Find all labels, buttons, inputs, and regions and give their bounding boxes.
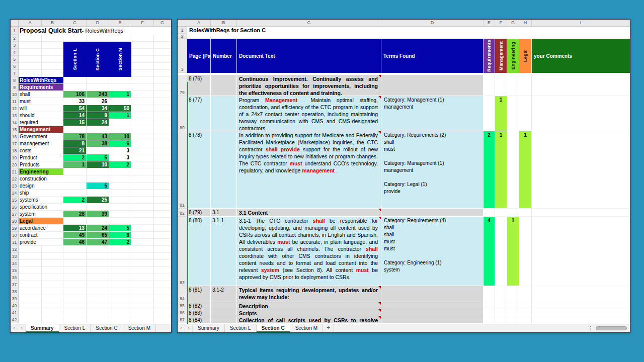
empty-cell[interactable] [87, 35, 109, 42]
empty-cell[interactable] [154, 175, 171, 183]
empty-cell[interactable] [131, 183, 154, 190]
empty-cell[interactable] [19, 302, 42, 309]
empty-cell[interactable] [131, 112, 154, 119]
empty-cell[interactable] [109, 295, 131, 302]
count-cell[interactable]: 65 [87, 232, 109, 239]
new-sheet-button[interactable]: + [323, 324, 334, 332]
count-cell[interactable]: 5 [109, 225, 131, 232]
empty-cell[interactable] [154, 218, 171, 225]
count-cell[interactable]: 2 [63, 197, 87, 204]
empty-cell[interactable] [42, 49, 63, 56]
row-header-5[interactable]: 5 [11, 56, 19, 63]
empty-cell[interactable] [131, 309, 154, 316]
empty-cell[interactable] [131, 77, 154, 84]
comments-cell[interactable] [532, 316, 630, 323]
row-header-86[interactable]: 86 [178, 309, 187, 316]
category-count-cell[interactable] [495, 316, 507, 323]
row-header-37[interactable]: 37 [11, 281, 19, 288]
count-cell[interactable] [87, 168, 109, 175]
header-cell-legal[interactable]: Legal [519, 39, 532, 73]
empty-cell[interactable] [19, 49, 42, 56]
count-cell[interactable] [109, 190, 131, 197]
empty-cell[interactable] [154, 183, 171, 190]
empty-cell[interactable] [19, 267, 42, 274]
row-header-33[interactable]: 33 [11, 253, 19, 260]
row-header-6[interactable]: 6 [11, 63, 19, 70]
sheet-title-cell[interactable]: RolesWithReqs for Section C [187, 27, 630, 34]
term-label-cell[interactable]: design [19, 183, 63, 190]
empty-cell[interactable] [19, 260, 42, 267]
terms-found-cell[interactable] [381, 309, 484, 316]
term-label-cell[interactable]: should [19, 112, 63, 119]
count-cell[interactable]: 2 [109, 161, 131, 168]
count-cell[interactable]: 5 [87, 183, 109, 190]
sheet-tab-summary[interactable]: Summary [26, 324, 59, 332]
document-text-cell[interactable]: Program Management . Maintain optimal st… [237, 96, 381, 131]
terms-found-cell[interactable] [381, 209, 484, 217]
section-header-cell[interactable]: Section M [109, 42, 131, 77]
column-header-E[interactable]: E [109, 20, 131, 26]
empty-cell[interactable] [131, 168, 154, 175]
terms-found-cell[interactable] [381, 286, 484, 302]
row-header-10[interactable]: 10 [11, 91, 19, 98]
count-cell[interactable] [87, 147, 109, 154]
empty-cell[interactable] [42, 281, 63, 288]
terms-found-cell[interactable]: Category: Requirements (2) shall must Ca… [381, 131, 484, 209]
empty-cell[interactable] [154, 98, 171, 105]
empty-cell[interactable] [131, 63, 154, 70]
empty-cell[interactable] [131, 232, 154, 239]
empty-cell[interactable] [19, 281, 42, 288]
column-header-G[interactable]: G [154, 20, 171, 26]
count-cell[interactable] [109, 126, 131, 133]
page-para-cell[interactable]: 8 (76) [187, 75, 211, 96]
category-count-cell[interactable] [484, 316, 495, 323]
terms-found-cell[interactable]: Category: Requirements (4) shall shall m… [381, 217, 484, 286]
empty-cell[interactable] [131, 274, 154, 281]
empty-cell[interactable] [154, 288, 171, 295]
empty-cell[interactable] [154, 302, 171, 309]
terms-found-cell[interactable]: Category: Management (1) management [381, 96, 484, 131]
row-header-81[interactable]: 81 [178, 131, 187, 209]
page-para-cell[interactable]: 8 (78) [187, 131, 211, 209]
empty-cell[interactable] [109, 274, 131, 281]
empty-cell[interactable] [63, 281, 87, 288]
page-para-cell[interactable]: 8 (77) [187, 96, 211, 131]
category-count-cell[interactable] [507, 286, 519, 302]
empty-cell[interactable] [63, 274, 87, 281]
count-cell[interactable] [87, 175, 109, 183]
empty-cell[interactable] [131, 281, 154, 288]
count-cell[interactable]: 38 [87, 140, 109, 147]
row-header-32[interactable]: 32 [11, 246, 19, 253]
count-cell[interactable]: 1 [109, 112, 131, 119]
sheet-tab-section-c[interactable]: Section C [91, 324, 123, 332]
term-label-cell[interactable]: systems [19, 197, 63, 204]
sheet-tab-section-c[interactable]: Section C [257, 324, 290, 332]
empty-cell[interactable] [42, 56, 63, 63]
empty-cell[interactable] [109, 316, 131, 323]
category-count-cell[interactable] [507, 309, 519, 316]
count-cell[interactable]: 54 [63, 105, 87, 112]
row-header-40[interactable]: 40 [11, 302, 19, 309]
category-count-cell[interactable] [484, 96, 495, 131]
empty-cell[interactable] [19, 63, 42, 70]
row-header-16[interactable]: 16 [11, 133, 19, 140]
document-text-cell[interactable]: Collection of call scripts used by CSRs … [237, 316, 381, 323]
category-count-cell[interactable]: 1 [495, 96, 507, 131]
category-count-cell[interactable] [507, 316, 519, 323]
empty-cell[interactable] [154, 225, 171, 232]
count-cell[interactable]: 33 [63, 98, 87, 105]
category-count-cell[interactable] [495, 75, 507, 96]
empty-cell[interactable] [42, 274, 63, 281]
category-count-cell[interactable] [519, 217, 532, 286]
empty-cell[interactable] [19, 56, 42, 63]
column-header-E[interactable]: E [484, 20, 495, 26]
empty-cell[interactable] [154, 56, 171, 63]
term-label-cell[interactable]: costs [19, 147, 63, 154]
empty-cell[interactable] [19, 288, 42, 295]
row-header-20[interactable]: 20 [11, 161, 19, 168]
empty-cell[interactable] [131, 133, 154, 140]
empty-cell[interactable] [63, 246, 87, 253]
row-header-25[interactable]: 25 [11, 197, 19, 204]
empty-cell[interactable] [109, 267, 131, 274]
count-cell[interactable]: 5 [87, 154, 109, 161]
